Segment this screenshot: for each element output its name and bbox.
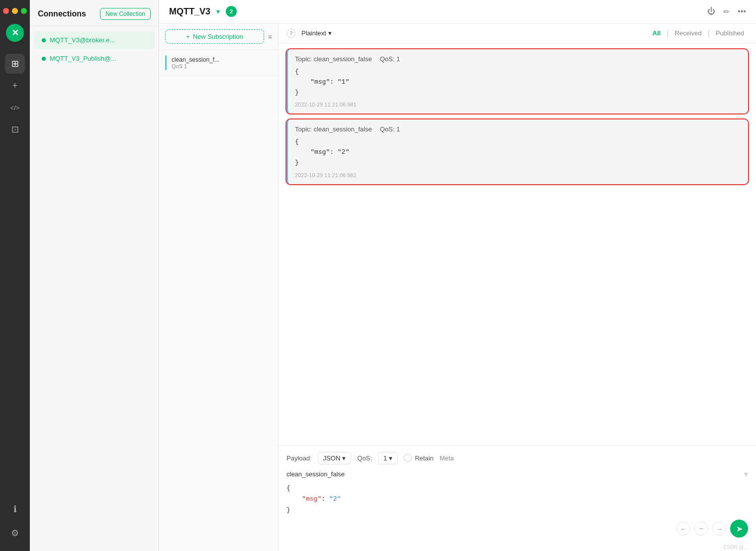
filter-icon[interactable]: ≡ xyxy=(268,33,272,41)
payload-format-selector[interactable]: JSON ▾ xyxy=(318,452,352,464)
sidebar-item-label: MQTT_V3@broker.e... xyxy=(50,36,115,44)
sidebar-item-info[interactable]: ℹ xyxy=(5,499,25,519)
qos-label: QoS: xyxy=(357,454,372,462)
edit-icon[interactable]: ✏ xyxy=(723,7,730,16)
retain-checkbox[interactable] xyxy=(404,454,412,462)
sidebar-item-add[interactable]: + xyxy=(5,76,25,96)
connection-status-dot xyxy=(42,57,46,61)
app-logo: ✕ xyxy=(6,24,24,42)
payload-format-label: JSON xyxy=(323,454,341,462)
message-body: { "msg": "2" } xyxy=(295,137,741,168)
more-options-icon[interactable]: ••• xyxy=(738,7,746,16)
format-label: Plaintext xyxy=(301,29,326,37)
sidebar-item-data[interactable]: ⊡ xyxy=(5,119,25,139)
retain-label: Retain xyxy=(415,454,434,462)
top-bar: MQTT_V3 ▾ 2 ⏻ ✏ ••• xyxy=(159,0,756,23)
message-timestamp: 2022-10-29 11:21:06:982 xyxy=(295,172,741,178)
message-qos: QoS: 1 xyxy=(380,125,400,133)
traffic-lights xyxy=(3,8,27,14)
sidebar-items: MQTT_V3@broker.e... MQTT_V3_Publish@... xyxy=(30,26,159,72)
retain-toggle[interactable]: Retain xyxy=(404,454,434,462)
subscription-color-bar xyxy=(165,55,167,70)
power-icon[interactable]: ⏻ xyxy=(707,7,715,16)
qos-label: QoS: xyxy=(380,125,395,133)
publisher-body: { "msg": "2" } xyxy=(286,483,748,516)
messages-list: Topic: clean_session_false QoS: 1 { "msg… xyxy=(279,43,756,445)
format-selector[interactable]: Plaintext ▾ xyxy=(301,29,332,37)
message-filter-tabs: All | Received | Published xyxy=(649,28,748,38)
tab-all[interactable]: All xyxy=(649,28,665,38)
traffic-light-yellow[interactable] xyxy=(12,8,18,14)
topic-label: Topic: xyxy=(295,55,312,63)
topic-value: clean_session_false xyxy=(314,55,372,63)
messages-header: ? Plaintext ▾ All | Received | Published xyxy=(279,23,756,43)
json-key: "msg" xyxy=(302,495,321,503)
message-topic-line: Topic: clean_session_false QoS: 1 xyxy=(295,125,741,133)
topic-input[interactable] xyxy=(286,470,744,478)
subscription-name: clean_session_f... xyxy=(172,56,272,63)
sidebar-title: Connections xyxy=(38,9,86,18)
qos-value: 1 xyxy=(396,125,400,133)
chevron-down-icon[interactable]: ▾ xyxy=(216,7,220,15)
sidebar-header: Connections New Collection xyxy=(30,0,159,26)
message-timestamp: 2022-10-29 11:21:06:981 xyxy=(295,102,741,108)
qos-chevron-icon: ▾ xyxy=(389,454,392,462)
navigate-next-button[interactable]: → xyxy=(712,522,726,536)
expand-icon[interactable]: ▾ xyxy=(744,469,748,479)
message-qos: QoS: 1 xyxy=(380,55,400,63)
payload-format-chevron-icon: ▾ xyxy=(342,454,346,462)
qos-value: 1 xyxy=(383,454,387,462)
qos-label: QoS: xyxy=(380,55,395,63)
messages-panel: ? Plaintext ▾ All | Received | Published xyxy=(279,23,756,551)
subscription-item[interactable]: clean_session_f... QoS 1 xyxy=(159,50,278,76)
publisher-controls: Payload: JSON ▾ QoS: 1 ▾ Retain Meta xyxy=(286,452,748,464)
message-topic: Topic: clean_session_false xyxy=(295,55,372,63)
topic-value: clean_session_false xyxy=(314,125,372,133)
help-icon[interactable]: ? xyxy=(286,29,295,38)
navigate-remove-button[interactable]: − xyxy=(694,522,708,536)
meta-button[interactable]: Meta xyxy=(440,454,454,462)
format-chevron-icon: ▾ xyxy=(328,29,332,37)
json-value: "2" xyxy=(329,495,341,503)
qos-value: 1 xyxy=(396,55,400,63)
new-collection-button[interactable]: New Collection xyxy=(100,8,151,20)
traffic-light-green[interactable] xyxy=(21,8,27,14)
plus-icon: + xyxy=(186,33,190,40)
tab-received[interactable]: Received xyxy=(671,28,706,38)
new-subscription-button[interactable]: + New Subscription xyxy=(165,29,264,44)
subscriptions-header: + New Subscription ≡ xyxy=(159,23,278,50)
message-body: { "msg": "1" } xyxy=(295,67,741,98)
message-topic: Topic: clean_session_false xyxy=(295,125,372,133)
topic-label: Topic: xyxy=(295,125,312,133)
send-button[interactable]: ➤ xyxy=(730,520,748,538)
main-content: MQTT_V3 ▾ 2 ⏻ ✏ ••• + New Subscription ≡ xyxy=(159,0,756,551)
traffic-light-red[interactable] xyxy=(3,8,9,14)
sidebar-item-mqtt-v3[interactable]: MQTT_V3@broker.e... xyxy=(34,31,155,49)
content-area: + New Subscription ≡ clean_session_f... … xyxy=(159,23,756,551)
navigate-prev-button[interactable]: ← xyxy=(676,522,690,536)
watermark: CSDN @... xyxy=(279,544,756,551)
publisher-topic-bar: ▾ xyxy=(286,469,748,479)
nav-bar: ✕ ⊞ + </> ⊡ ℹ ⚙ xyxy=(0,0,30,551)
message-count-badge: 2 xyxy=(226,6,237,17)
sidebar-item-label: MQTT_V3_Publish@... xyxy=(50,55,116,62)
subscription-info: clean_session_f... QoS 1 xyxy=(172,56,272,69)
publisher-actions: ← − → ➤ xyxy=(286,520,748,538)
publisher-panel: Payload: JSON ▾ QoS: 1 ▾ Retain Meta xyxy=(279,445,756,544)
send-icon: ➤ xyxy=(736,524,743,534)
message-topic-line: Topic: clean_session_false QoS: 1 xyxy=(295,55,741,63)
sidebar: Connections New Collection MQTT_V3@broke… xyxy=(30,0,159,551)
sidebar-item-connections[interactable]: ⊞ xyxy=(5,54,25,74)
subscriptions-panel: + New Subscription ≡ clean_session_f... … xyxy=(159,23,279,551)
sidebar-item-mqtt-v3-publish[interactable]: MQTT_V3_Publish@... xyxy=(34,50,155,67)
message-item: Topic: clean_session_false QoS: 1 { "msg… xyxy=(286,119,748,184)
message-item: Topic: clean_session_false QoS: 1 { "msg… xyxy=(286,49,748,113)
tab-published[interactable]: Published xyxy=(712,28,748,38)
connection-status-dot xyxy=(42,38,46,42)
connection-title: MQTT_V3 xyxy=(169,6,210,17)
payload-label: Payload: xyxy=(286,454,312,462)
qos-selector[interactable]: 1 ▾ xyxy=(378,452,398,464)
sidebar-item-settings[interactable]: ⚙ xyxy=(5,523,25,543)
sidebar-item-code[interactable]: </> xyxy=(5,98,25,117)
subscription-qos: QoS 1 xyxy=(172,63,272,69)
